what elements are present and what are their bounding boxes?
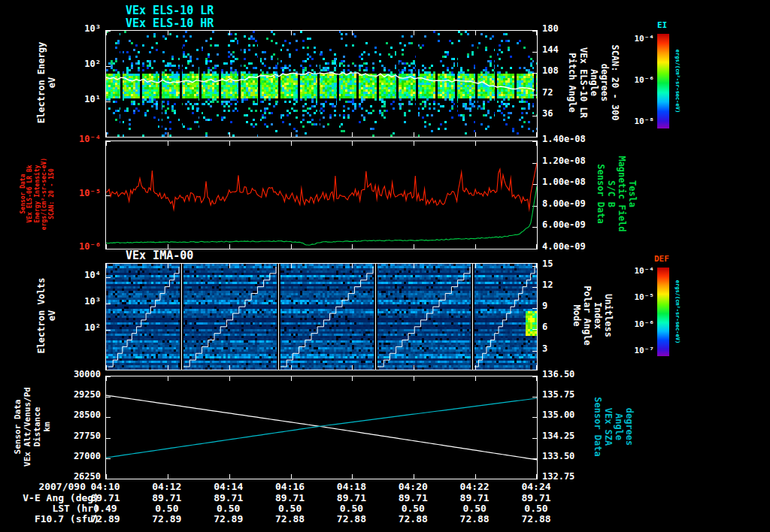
els-colorbar-units: ergs/(cm²-sr-sec-eV) bbox=[675, 50, 681, 113]
els-intensity-tick: 10⁻⁶ bbox=[38, 242, 101, 252]
date-label: 2007/090 bbox=[27, 482, 86, 493]
footer-value: 72.88 bbox=[452, 514, 497, 525]
intensity-bfield-canvas bbox=[105, 141, 538, 249]
ima-colorbar-title: DEF bbox=[654, 255, 669, 264]
els-colorbar-tick: 10⁻⁸ bbox=[606, 117, 654, 127]
polar-index-tick: 15 bbox=[542, 259, 605, 270]
altitude-tick: 30000 bbox=[38, 370, 101, 380]
els-title-hr: VEx ELS-10 HR bbox=[126, 17, 214, 30]
ima-colorbar-tick: 10⁻⁶ bbox=[606, 320, 654, 330]
time-tick-label: 04:16 bbox=[268, 482, 313, 493]
els-pitch-tick: 180 bbox=[542, 24, 605, 35]
els-colorbar-title: EI bbox=[657, 21, 667, 31]
els-colorbar-tick: 10⁻⁴ bbox=[606, 35, 654, 44]
time-tick-label: 04:22 bbox=[452, 482, 497, 493]
footer-value: 72.88 bbox=[329, 514, 374, 525]
els-colorbar bbox=[657, 34, 669, 128]
ima-title: VEx IMA-00 bbox=[126, 249, 193, 262]
els-y-axis-label: Electron EnergyeV bbox=[36, 42, 57, 123]
ima-spectrogram-canvas bbox=[105, 263, 538, 370]
bfield-axis-label: TeslaMagnetic FieldS/C BSensor Data bbox=[596, 156, 638, 231]
ima-colorbar bbox=[657, 268, 669, 356]
footer-value: 72.88 bbox=[268, 514, 313, 525]
ephemeris-y-axis-label: Sensor DataVEx Alt/Venus/PdDistancekm bbox=[14, 387, 53, 467]
footer-value: 72.88 bbox=[390, 514, 435, 525]
footer-value: 72.89 bbox=[206, 514, 251, 525]
footer-value: 72.89 bbox=[144, 514, 189, 525]
els-title-lr: VEx ELS-10 LR bbox=[126, 5, 214, 17]
footer-value: 72.89 bbox=[83, 514, 128, 525]
ima-colorbar-units: ergs/(cm²-sr-sec-eV) bbox=[675, 280, 681, 343]
ima-colorbar-tick: 10⁻⁵ bbox=[606, 293, 654, 303]
els-energy-tick: 10³ bbox=[38, 24, 101, 35]
vex-summary-plot: VEx ELS-10 LR VEx ELS-10 HR VEx IMA-00 E… bbox=[0, 0, 770, 532]
sza-tick: 136.50 bbox=[542, 370, 605, 380]
time-tick-label: 04:20 bbox=[390, 482, 435, 493]
ima-colorbar-tick: 10⁻⁷ bbox=[606, 346, 654, 356]
time-tick-label: 04:12 bbox=[144, 482, 189, 493]
time-tick-label: 04:18 bbox=[329, 482, 374, 493]
els-colorbar-tick: 10⁻⁶ bbox=[606, 76, 654, 86]
time-tick-label: 04:14 bbox=[206, 482, 251, 493]
intensity-y-axis-label: Sensor DataVEx ELS-06 LR BkEnergy Intens… bbox=[20, 158, 55, 230]
footer-value: 72.88 bbox=[514, 514, 559, 525]
sza-axis-label: degreesAngleVEx SZASensor Data bbox=[593, 397, 635, 456]
els-spectrogram-canvas bbox=[105, 30, 538, 138]
time-tick-label: 04:24 bbox=[514, 482, 559, 493]
bfield-tick: 1.40e-08 bbox=[542, 135, 605, 145]
time-tick-label: 04:10 bbox=[83, 482, 128, 493]
ima-colorbar-tick: 10⁻⁴ bbox=[606, 267, 654, 277]
els-intensity-tick: 10⁻⁴ bbox=[38, 135, 101, 145]
bfield-tick: 4.00e-09 bbox=[542, 242, 605, 252]
sza-tick: 132.75 bbox=[542, 472, 605, 482]
ephemeris-canvas bbox=[105, 376, 538, 479]
ima-y-axis-label: Electron VoltseV bbox=[36, 277, 57, 353]
